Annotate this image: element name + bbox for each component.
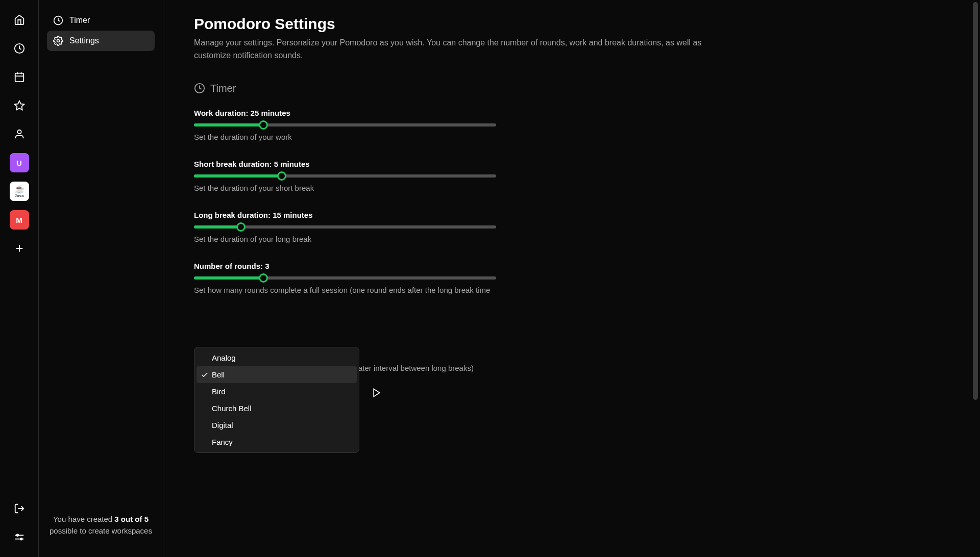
svg-point-6	[17, 130, 21, 134]
page-subtitle: Manage your settings. Personalize your P…	[194, 37, 704, 62]
option-label: Bird	[212, 387, 226, 396]
svg-point-13	[20, 538, 22, 540]
slider-thumb[interactable]	[277, 171, 286, 181]
workspace-java[interactable]: ☕ Java	[10, 182, 29, 201]
slider-thumb[interactable]	[259, 120, 268, 130]
nav-settings[interactable]: Settings	[47, 31, 155, 51]
footer-suffix: possible to create workspaces	[50, 526, 152, 535]
work-slider[interactable]	[194, 123, 496, 126]
main-content: Pomodoro Settings Manage your settings. …	[163, 0, 980, 557]
svg-point-15	[57, 40, 60, 42]
long-break-slider[interactable]	[194, 225, 496, 229]
rail-bottom	[10, 499, 29, 557]
home-icon[interactable]	[10, 10, 29, 30]
scrollbar-thumb[interactable]	[973, 2, 978, 400]
workspace-u[interactable]: U	[10, 153, 29, 172]
check-icon	[201, 371, 209, 379]
nav-settings-label: Settings	[69, 36, 99, 45]
sound-option-digital[interactable]: Digital	[197, 417, 357, 434]
work-label: Work duration: 25 minutes	[194, 109, 496, 117]
slider-fill	[194, 225, 241, 229]
gear-icon	[53, 36, 63, 46]
option-label: Fancy	[212, 438, 233, 446]
sound-option-bird[interactable]: Bird	[197, 383, 357, 400]
rounds-slider[interactable]	[194, 276, 496, 280]
svg-rect-1	[15, 73, 23, 82]
option-label: Church Bell	[212, 404, 252, 413]
slider-thumb[interactable]	[259, 273, 268, 283]
long-break-hint: Set the duration of your long break	[194, 235, 496, 243]
add-workspace-button[interactable]	[10, 239, 29, 258]
slider-fill	[194, 123, 263, 126]
settings-sliders-icon[interactable]	[10, 527, 29, 547]
setting-rounds: Number of rounds: 3 Set how many rounds …	[194, 262, 496, 294]
nav-timer[interactable]: Timer	[47, 10, 155, 31]
option-label: Digital	[212, 421, 233, 429]
setting-long-break: Long break duration: 15 minutes Set the …	[194, 211, 496, 243]
footer-prefix: You have created	[53, 515, 114, 523]
setting-work-duration: Work duration: 25 minutes Set the durati…	[194, 109, 496, 141]
slider-fill	[194, 174, 282, 178]
workspace-m[interactable]: M	[10, 210, 29, 230]
nav-timer-label: Timer	[69, 16, 90, 25]
java-label: Java	[15, 193, 24, 198]
logout-icon[interactable]	[10, 499, 29, 518]
user-icon[interactable]	[10, 124, 29, 144]
sound-option-church-bell[interactable]: Church Bell	[197, 400, 357, 417]
sound-option-bell[interactable]: Bell	[197, 366, 357, 383]
section-timer-header: Timer	[194, 83, 949, 94]
java-icon: ☕	[14, 185, 24, 193]
short-break-hint: Set the duration of your short break	[194, 184, 496, 192]
short-break-slider[interactable]	[194, 174, 496, 178]
option-label: Bell	[212, 370, 225, 379]
svg-marker-5	[14, 101, 23, 110]
workspace-counter: You have created 3 out of 5 possible to …	[47, 503, 155, 547]
rounds-label: Number of rounds: 3	[194, 262, 496, 270]
option-label: Analog	[212, 353, 236, 362]
rounds-hint: Set how many rounds complete a full sess…	[194, 286, 496, 294]
footer-count: 3 out of 5	[114, 515, 149, 523]
clock-icon	[194, 83, 205, 94]
sound-option-analog[interactable]: Analog	[197, 349, 357, 366]
sound-dropdown: Analog Bell Bird Church Bell Digital Fan…	[194, 347, 359, 453]
play-sound-button[interactable]	[372, 388, 382, 400]
setting-short-break: Short break duration: 5 minutes Set the …	[194, 160, 496, 192]
page-title: Pomodoro Settings	[194, 15, 949, 33]
icon-rail: U ☕ Java M	[0, 0, 39, 557]
clock-icon	[53, 15, 63, 26]
work-hint: Set the duration of your work	[194, 133, 496, 141]
calendar-icon[interactable]	[10, 67, 29, 87]
interval-hint-partial: ater interval between long breaks)	[358, 364, 474, 372]
svg-point-12	[16, 535, 18, 537]
slider-fill	[194, 276, 263, 280]
section-title: Timer	[210, 83, 236, 94]
secondary-nav: Timer Settings You have created 3 out of…	[39, 0, 163, 557]
clock-icon[interactable]	[10, 39, 29, 58]
svg-marker-17	[374, 389, 380, 396]
long-break-label: Long break duration: 15 minutes	[194, 211, 496, 219]
workspace-letter: M	[16, 216, 22, 224]
slider-thumb[interactable]	[236, 222, 246, 232]
scrollbar[interactable]	[973, 2, 978, 555]
star-icon[interactable]	[10, 96, 29, 115]
workspace-letter: U	[16, 159, 22, 167]
sound-option-fancy[interactable]: Fancy	[197, 434, 357, 450]
short-break-label: Short break duration: 5 minutes	[194, 160, 496, 168]
